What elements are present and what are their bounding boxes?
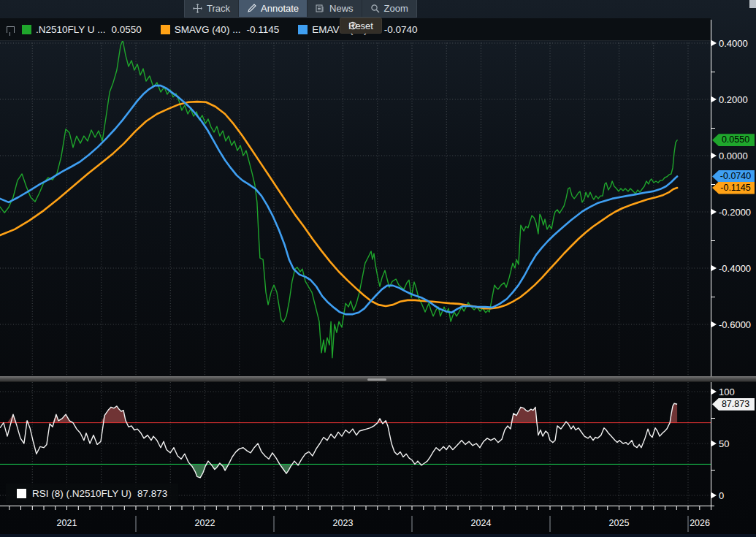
rsi-legend-value: 87.873: [137, 488, 167, 499]
axis-tick-label: 0: [711, 490, 724, 501]
axis-tick-label: 0.4000: [711, 37, 748, 49]
smavg-legend-value: -0.1145: [246, 24, 279, 35]
price-swatch: [22, 25, 31, 34]
tick-arrow-icon: [711, 153, 717, 159]
year-label: 2024: [465, 518, 497, 528]
emavg-legend-value: -0.0740: [384, 24, 418, 35]
track-label: Track: [207, 3, 230, 14]
pencil-icon: [247, 4, 256, 13]
annotate-button[interactable]: Annotate: [239, 0, 308, 17]
news-icon: [316, 4, 325, 13]
sma-last-badge: -0.1145: [712, 182, 755, 194]
year-label: 2021: [51, 518, 83, 528]
minor-tick: [711, 72, 715, 72]
track-icon: [193, 4, 202, 13]
tick-arrow-icon: [711, 96, 717, 102]
zoom-label: Zoom: [384, 3, 408, 14]
year-label: 2022: [189, 518, 221, 528]
tick-arrow-icon: [711, 492, 717, 498]
tick-text: 100: [719, 386, 735, 397]
year-label: 2025: [603, 518, 635, 528]
emavg-swatch: [298, 25, 308, 34]
reset-icon: [348, 21, 357, 30]
axis-tick-label: 0.0000: [711, 150, 748, 161]
window-corner-box: [749, 0, 756, 8]
axis-tick-label: -0.2000: [711, 206, 751, 218]
news-button[interactable]: News: [308, 0, 362, 17]
tick-arrow-icon: [711, 441, 717, 446]
smavg-swatch: [161, 25, 170, 34]
legend-item-smavg[interactable]: SMAVG (40) ... -0.1145: [161, 24, 279, 35]
tick-arrow-icon: [711, 40, 717, 46]
price-chart[interactable]: [0, 40, 711, 376]
rsi-swatch: [17, 489, 26, 498]
axis-tick-label: 100: [711, 386, 735, 397]
tick-text: 50: [719, 438, 729, 449]
magnifier-icon: [370, 4, 380, 13]
tick-text: -0.4000: [719, 263, 751, 274]
tick-arrow-icon: [711, 321, 717, 327]
panel-divider[interactable]: [0, 376, 756, 382]
bottom-strip: [0, 534, 756, 537]
tick-text: -0.6000: [719, 319, 751, 330]
rsi-legend[interactable]: RSI (8) (.N2510FLY U) 87.873: [6, 484, 178, 503]
ema-last-badge: -0.0740: [712, 170, 755, 183]
rsi-last-badge: 87.873: [712, 398, 755, 411]
year-label: 2023: [327, 518, 359, 528]
tick-text: 0.2000: [719, 94, 748, 105]
divider-handle[interactable]: [367, 378, 386, 381]
minor-tick: [711, 470, 715, 471]
tick-text: 0: [719, 490, 724, 501]
axis-tick-label: -0.4000: [711, 262, 751, 274]
zoom-button[interactable]: Zoom: [362, 0, 416, 17]
news-label: News: [329, 3, 354, 14]
track-button[interactable]: Track: [185, 0, 239, 17]
tick-arrow-icon: [711, 209, 717, 215]
chart-toolbar: Track Annotate News Zoom: [184, 0, 417, 18]
legend-item-price[interactable]: .N2510FLY U ... 0.0550: [22, 24, 142, 35]
pin-icon[interactable]: [7, 26, 15, 33]
price-legend-label: .N2510FLY U ...: [36, 24, 106, 35]
minor-tick: [711, 184, 715, 185]
time-axis[interactable]: [0, 506, 756, 537]
reset-button[interactable]: Reset: [340, 18, 382, 34]
minor-tick: [711, 297, 715, 297]
price-last-badge: 0.0550: [712, 134, 755, 146]
minor-tick: [711, 418, 715, 419]
terminal-chart-window: Track Annotate News Zoom: [0, 0, 756, 537]
tick-arrow-icon: [711, 265, 717, 271]
rsi-legend-label: RSI (8) (.N2510FLY U): [32, 488, 131, 499]
axis-tick-label: -0.6000: [711, 319, 751, 330]
axis-tick-label: 50: [711, 438, 729, 449]
tick-text: 0.0000: [719, 151, 748, 161]
oversold-fill: [0, 464, 677, 478]
axis-tick-label: 0.2000: [711, 94, 748, 105]
tick-arrow-icon: [711, 389, 717, 395]
tick-text: -0.2000: [719, 207, 751, 218]
year-label: 2026: [684, 518, 716, 528]
minor-tick: [711, 128, 715, 129]
minor-tick: [711, 240, 715, 241]
price-legend-value: 0.0550: [112, 24, 142, 35]
tick-text: 0.4000: [719, 38, 748, 49]
annotate-label: Annotate: [261, 3, 299, 14]
smavg-legend-label: SMAVG (40) ...: [175, 24, 241, 35]
